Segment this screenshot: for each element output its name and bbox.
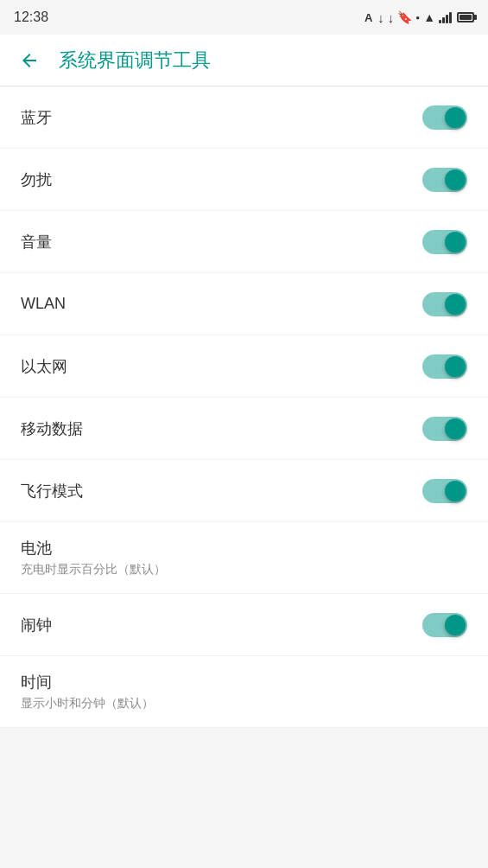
toggle-ethernet[interactable]: [422, 354, 467, 379]
setting-label-time: 时间: [21, 672, 154, 692]
setting-text-volume: 音量: [21, 232, 52, 252]
toggle-bluetooth[interactable]: [422, 105, 467, 130]
toggle-wlan[interactable]: [422, 292, 467, 316]
toggle-track-bluetooth: [422, 105, 467, 130]
toggle-dnd[interactable]: [422, 168, 467, 192]
setting-item-airplane-mode[interactable]: 飞行模式: [0, 460, 488, 522]
dot-icon: ●: [415, 14, 420, 22]
setting-label-volume: 音量: [21, 232, 52, 252]
setting-item-volume[interactable]: 音量: [0, 211, 488, 273]
toggle-mobile-data[interactable]: [422, 417, 467, 441]
keyboard-icon: A: [364, 11, 372, 24]
toggle-track-mobile-data: [422, 417, 467, 441]
setting-label-bluetooth: 蓝牙: [21, 107, 52, 128]
toggle-thumb-ethernet: [445, 356, 466, 377]
toggle-thumb-alarm: [445, 615, 466, 635]
signal-icon: [439, 11, 452, 23]
toggle-track-alarm: [422, 613, 467, 637]
setting-label-battery: 电池: [21, 538, 166, 558]
toggle-thumb-wlan: [445, 294, 466, 315]
download-icon-1: ↓: [377, 10, 384, 25]
setting-sublabel-battery: 充电时显示百分比（默认）: [21, 562, 166, 578]
toggle-thumb-mobile-data: [445, 418, 466, 439]
setting-label-dnd: 勿扰: [21, 169, 52, 190]
download-icon-2: ↓: [388, 10, 395, 25]
toggle-track-dnd: [422, 168, 467, 192]
setting-item-mobile-data[interactable]: 移动数据: [0, 398, 488, 460]
toggle-track-wlan: [422, 292, 467, 316]
setting-sublabel-time: 显示小时和分钟（默认）: [21, 696, 154, 712]
setting-item-time[interactable]: 时间显示小时和分钟（默认）: [0, 656, 488, 728]
toggle-thumb-airplane-mode: [445, 481, 466, 501]
setting-text-mobile-data: 移动数据: [21, 418, 83, 439]
setting-label-ethernet: 以太网: [21, 356, 67, 377]
setting-text-alarm: 闹钟: [21, 615, 52, 635]
setting-item-alarm[interactable]: 闹钟: [0, 594, 488, 656]
toggle-track-airplane-mode: [422, 479, 467, 503]
wifi-icon: ▲: [423, 10, 435, 24]
setting-text-battery: 电池充电时显示百分比（默认）: [21, 538, 166, 578]
toggle-track-ethernet: [422, 354, 467, 379]
status-time: 12:38: [14, 10, 48, 25]
status-bar: 12:38 A ↓ ↓ 🔖 ● ▲: [0, 0, 488, 35]
setting-item-bluetooth[interactable]: 蓝牙: [0, 86, 488, 149]
status-icons: A ↓ ↓ 🔖 ● ▲: [364, 10, 474, 25]
toggle-thumb-bluetooth: [445, 107, 466, 128]
setting-text-ethernet: 以太网: [21, 356, 67, 377]
setting-label-mobile-data: 移动数据: [21, 418, 83, 439]
toggle-airplane-mode[interactable]: [422, 479, 467, 503]
toggle-thumb-dnd: [445, 169, 466, 190]
main-content: 蓝牙勿扰音量WLAN以太网移动数据飞行模式电池充电时显示百分比（默认）闹钟时间显…: [0, 86, 488, 868]
app-bar: 系统界面调节工具: [0, 35, 488, 86]
setting-text-bluetooth: 蓝牙: [21, 107, 52, 128]
battery-icon: [457, 12, 474, 22]
setting-item-ethernet[interactable]: 以太网: [0, 335, 488, 398]
setting-text-dnd: 勿扰: [21, 169, 52, 190]
back-button[interactable]: [14, 45, 45, 76]
setting-label-alarm: 闹钟: [21, 615, 52, 635]
setting-text-airplane-mode: 飞行模式: [21, 481, 83, 501]
setting-text-wlan: WLAN: [21, 295, 66, 313]
setting-item-battery[interactable]: 电池充电时显示百分比（默认）: [0, 522, 488, 594]
setting-item-dnd[interactable]: 勿扰: [0, 149, 488, 211]
toggle-alarm[interactable]: [422, 613, 467, 637]
setting-item-wlan[interactable]: WLAN: [0, 273, 488, 335]
bookmark-icon: 🔖: [397, 10, 412, 24]
settings-list: 蓝牙勿扰音量WLAN以太网移动数据飞行模式电池充电时显示百分比（默认）闹钟时间显…: [0, 86, 488, 728]
toggle-volume[interactable]: [422, 230, 467, 254]
setting-label-wlan: WLAN: [21, 295, 66, 313]
setting-label-airplane-mode: 飞行模式: [21, 481, 83, 501]
app-bar-title: 系统界面调节工具: [59, 48, 474, 73]
setting-text-time: 时间显示小时和分钟（默认）: [21, 672, 154, 712]
toggle-track-volume: [422, 230, 467, 254]
toggle-thumb-volume: [445, 232, 466, 252]
